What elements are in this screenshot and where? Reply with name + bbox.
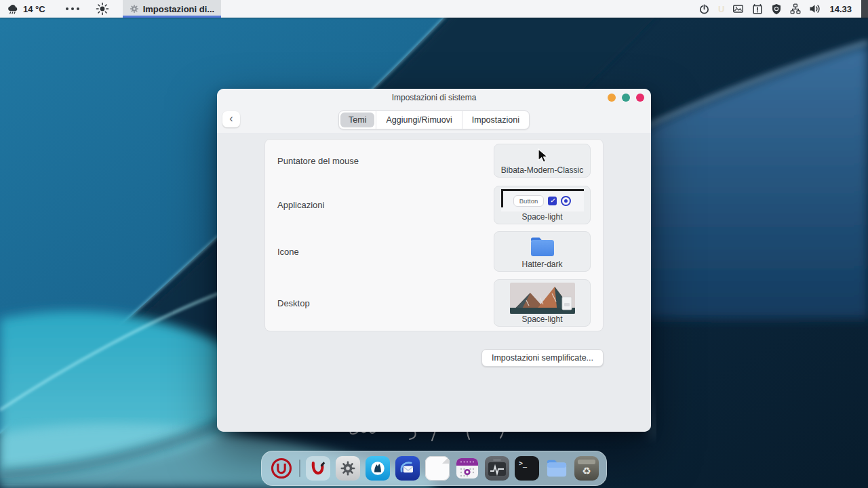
row-label: Desktop (277, 298, 310, 308)
icon-theme-selector[interactable]: Hatter-dark (494, 231, 591, 272)
row-mouse-pointer: Puntatore del mouse Bibata-Modern-Classi… (265, 140, 603, 182)
updates-package-icon[interactable] (752, 3, 763, 15)
trash-lid (578, 460, 595, 464)
widget-preview: Button ✓ (501, 189, 584, 211)
preview-button: Button (513, 195, 544, 207)
cursor-arrow-icon (536, 148, 549, 163)
top-panel-left: 14 °C (0, 0, 221, 18)
dock-system-monitor-icon[interactable] (485, 456, 509, 481)
dock-calendar-icon[interactable] (455, 456, 479, 481)
window-title: Impostazioni di sistema (392, 93, 477, 102)
taskbar-item-settings[interactable]: Impostazioni di... (123, 0, 221, 18)
page-fold (442, 456, 450, 464)
dock-writer-icon[interactable] (306, 456, 330, 481)
desktop-theme-selector[interactable]: Space-light (494, 279, 591, 327)
icon-theme-name: Hatter-dark (521, 260, 562, 269)
dock-separator (299, 460, 300, 477)
window-titlebar[interactable]: Impostazioni di sistema (217, 89, 651, 106)
cursor-theme-name: Bibata-Modern-Classic (501, 165, 583, 175)
close-button[interactable] (636, 94, 644, 102)
tab-label: Temi (349, 115, 366, 125)
row-label: Puntatore del mouse (277, 156, 359, 166)
gear-icon (130, 4, 139, 14)
preview-checkbox: ✓ (548, 197, 557, 205)
desktop: 14 °C (0, 0, 868, 488)
dock: >_ ♻ (261, 451, 607, 486)
themes-card: Puntatore del mouse Bibata-Modern-Classi… (264, 139, 604, 331)
cursor-theme-selector[interactable]: Bibata-Modern-Classic (494, 144, 591, 178)
system-tray: U (698, 0, 868, 18)
desktop-theme-name: Space-light (521, 314, 562, 324)
window-toolbar: ‹ Temi Aggiungi/Rimuovi Impostazioni (217, 106, 651, 133)
application-theme-name: Space-light (521, 212, 562, 222)
settings-window: Impostazioni di sistema ‹ Temi Aggiungi/… (217, 89, 651, 432)
power-icon[interactable] (698, 3, 710, 15)
terminal-prompt: >_ (519, 460, 527, 467)
cursor-preview (536, 147, 549, 165)
show-desktop-button[interactable] (861, 0, 868, 18)
simplified-settings-button[interactable]: Impostazioni semplificate... (481, 349, 604, 367)
back-button[interactable]: ‹ (222, 111, 240, 127)
tab-label: Impostazioni (472, 115, 519, 125)
row-desktop: Desktop (265, 275, 603, 331)
security-shield-icon[interactable] (771, 3, 782, 15)
tab-impostazioni[interactable]: Impostazioni (462, 111, 529, 129)
preview-radio (561, 196, 571, 206)
wallpaper-thumbnail (510, 283, 575, 314)
brightness-button[interactable] (96, 2, 109, 16)
distro-logo-icon[interactable]: U (718, 5, 724, 14)
network-icon[interactable] (790, 3, 801, 14)
folder-icon (529, 236, 556, 258)
rain-cloud-icon (7, 3, 20, 15)
tab-bar: Temi Aggiungi/Rimuovi Impostazioni (338, 110, 530, 129)
dock-trash-icon[interactable]: ♻ (574, 456, 599, 481)
overflow-dots-button[interactable] (66, 7, 79, 10)
footer: Impostazioni semplificate... (264, 349, 604, 367)
tab-aggiungi-rimuovi[interactable]: Aggiungi/Rimuovi (376, 111, 461, 129)
tab-temi[interactable]: Temi (340, 113, 374, 127)
top-panel: 14 °C (0, 0, 868, 18)
dock-terminal-icon[interactable]: >_ (515, 456, 539, 481)
application-theme-selector[interactable]: Button ✓ Space-light (494, 186, 591, 224)
window-controls (608, 94, 644, 102)
taskbar-item-label: Impostazioni di... (143, 4, 214, 14)
dock-file-manager-icon[interactable] (545, 456, 569, 481)
minimize-button[interactable] (608, 94, 616, 102)
maximize-button[interactable] (622, 94, 630, 102)
dock-thunderbird-icon[interactable] (395, 456, 420, 481)
dock-text-editor-icon[interactable] (425, 456, 450, 481)
sun-icon (96, 2, 109, 16)
clock-label[interactable]: 14.33 (829, 4, 852, 14)
row-label: Icone (277, 247, 299, 257)
row-label: Applicazioni (277, 200, 324, 210)
weather-widget[interactable]: 14 °C (7, 3, 45, 15)
recycle-icon: ♻ (582, 465, 591, 477)
dock-librewolf-icon[interactable] (366, 456, 390, 481)
temperature-label: 14 °C (23, 4, 45, 14)
settings-content: Puntatore del mouse Bibata-Modern-Classi… (217, 133, 651, 432)
dock-launcher-icon[interactable] (269, 456, 294, 481)
row-icons: Icone Hatter-dark (265, 228, 603, 275)
folder-preview (529, 235, 556, 259)
dock-settings-icon[interactable] (336, 456, 360, 481)
row-applications: Applicazioni Button ✓ Space-light (265, 182, 603, 228)
screenshot-image-icon[interactable] (732, 3, 744, 14)
volume-icon[interactable] (809, 3, 821, 14)
tab-label: Aggiungi/Rimuovi (386, 115, 452, 125)
chevron-left-icon: ‹ (229, 113, 233, 124)
